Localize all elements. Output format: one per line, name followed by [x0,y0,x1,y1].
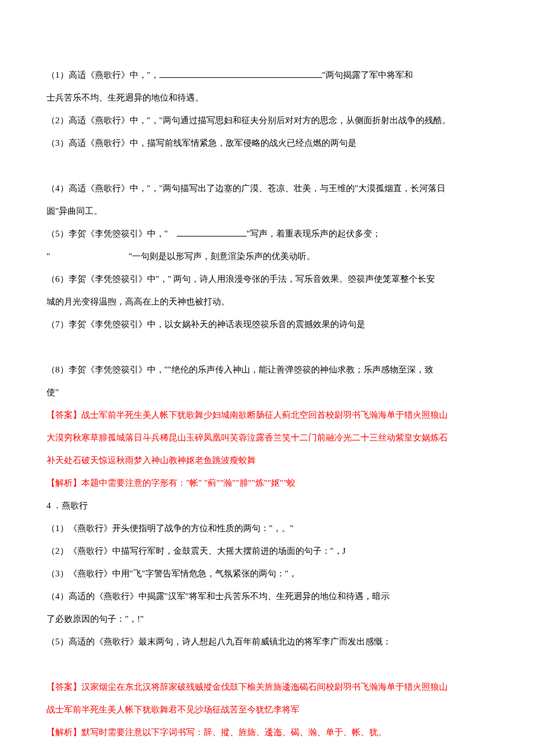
text-line: （6）李贺《李凭箜篌引》中"，" 两句，诗人用浪漫夸张的手法，写乐音效果。箜篌声… [47,268,488,291]
text-line: 大漠穷秋寒草腓孤城落日斗兵稀昆山玉碎凤凰叫芙蓉泣露香兰笑十二门前融冷光二十三丝动… [47,427,488,449]
text-line: 战士军前半死生美人帐下犹歌舞君不见沙场征战苦至今犹忆李将军 [47,698,488,721]
text-line: （4）高适《燕歌行》中，"，"两句描写出了边塞的广漠、苍凉、壮美，与王维的"大漠… [47,177,488,200]
text-line: （1）高适《燕歌行》中，"，"两句揭露了军中将军和 [47,64,488,87]
text-line: （1）《燕歌行》开头便指明了战争的方位和性质的两句："，。" [47,517,488,540]
text-line: （7）李贺《李凭箜篌引》中，以女娲补天的神话表现箜篌乐音的震撼效果的诗句是 [47,313,488,336]
text-line: 【答案】汉家烟尘在东北汉将辞家破残贼摐金伐鼓下榆关旌旆逶迤碣石间校尉羽书飞瀚海单… [47,676,488,698]
text-line: 了必败原因的句子："，!" [47,608,488,630]
text-segment: "写声，着重表现乐声的起伏多变； [247,229,381,238]
fill-blank [177,228,247,237]
text-line: 【解析】本题中需要注意的字形有："帐" "蓟""瀚""腓""炼""妪""蛟 [47,472,488,495]
text-line: " "一句则是以形写声，刻意渲染乐声的优美动听。 [47,245,488,268]
text-line: 圆"异曲同工。 [47,200,488,223]
text-line [47,653,488,676]
text-line: 【解析】默写时需要注意以下字词书写：辞、摐、旌旆、逶迤、碣、瀚、单于、帐、犹。 [47,721,488,744]
text-line: （2）高适《燕歌行》中，"，"两句通过描写思妇和征夫分别后对对方的思念，从侧面折… [47,109,488,132]
text-line: 城的月光变得温煦，高高在上的天神也被打动。 [47,291,488,313]
text-line: （5）高适的《燕歌行》最末两句，诗人想起八九百年前威镇北边的将军李广而发出感慨： [47,630,488,653]
text-segment: "两句揭露了军中将军和 [322,70,413,80]
text-line: （8）李贺《李凭箜篌引》中，""绝伦的乐声传入神山，能让善弹箜篌的神仙求教；乐声… [47,359,488,381]
fill-blank [159,69,322,78]
text-line: （2）《燕歌行》中描写行军时，金鼓震天、大摇大摆前进的场面的句子："，J [47,540,488,562]
text-line: （4）高适的《燕歌行》中揭露"汉军"将军和士兵苦乐不均、生死迥异的地位和待遇，暗… [47,585,488,608]
text-line: 使" [47,381,488,404]
text-line [47,155,488,177]
text-line: 士兵苦乐不均、生死迥异的地位和待遇。 [47,87,488,109]
text-line: 【答案】战士军前半死生美人帐下犹歌舞少妇城南欲断肠征人蓟北空回首校尉羽书飞瀚海单… [47,404,488,427]
document-content: （1）高适《燕歌行》中，"，"两句揭露了军中将军和士兵苦乐不均、生死迥异的地位和… [47,64,488,744]
text-line: 4 ．燕歌行 [47,495,488,517]
text-segment: （1）高适《燕歌行》中，"， [47,70,159,80]
text-line: （3）高适《燕歌行》中，描写前线军情紧急，敌军侵略的战火已经点燃的两句是 [47,132,488,155]
text-segment: （5）李贺《李凭箜篌引》中，" [47,229,177,238]
text-line: （3）《燕歌行》中用"飞"字警告军情危急，气氛紧张的两句："， [47,562,488,585]
text-line: 补天处石破天惊逗秋雨梦入神山教神妪老鱼跳波瘦蛟舞 [47,449,488,472]
text-line: （5）李贺《李凭箜篌引》中，" "写声，着重表现乐声的起伏多变； [47,223,488,245]
text-line [47,336,488,359]
